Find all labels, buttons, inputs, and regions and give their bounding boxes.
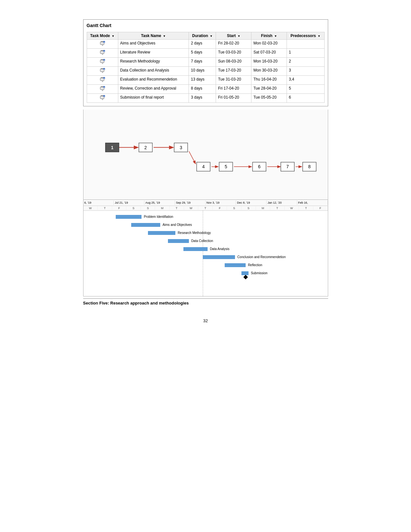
- tl-date-2: Jul 21, '19: [114, 200, 144, 205]
- tl-day-f1: F: [112, 206, 127, 210]
- tl-date-6: Dec 8, '19: [236, 200, 267, 205]
- gantt-chart-section: Gantt Chart Task Mode ▼ Task Name ▼ Dura…: [83, 19, 328, 106]
- col-header-finish[interactable]: Finish ▼: [251, 32, 287, 40]
- task-mode-icon: 7: [100, 95, 105, 100]
- tl-day-t2: T: [170, 206, 184, 210]
- bar-label-6: Conclusion and Recommendetion: [237, 255, 286, 259]
- predecessors-cell: 5: [287, 85, 324, 94]
- svg-text:6: 6: [258, 164, 260, 169]
- svg-rect-9: [101, 59, 103, 60]
- col-header-task-mode[interactable]: Task Mode ▼: [87, 32, 118, 40]
- duration-cell: 7 days: [189, 58, 216, 67]
- footer-text: Section Five: Research approach and meth…: [83, 298, 328, 305]
- tl-day-s4: S: [241, 206, 256, 210]
- svg-text:1: 1: [111, 145, 113, 150]
- bar-row-8: Submission: [241, 270, 268, 275]
- finish-cell: Sat 07-03-20: [251, 49, 287, 58]
- task-name-cell: Research Methodology: [118, 58, 189, 67]
- task-mode-cell: 6: [87, 85, 118, 94]
- tl-day-f2: F: [213, 206, 227, 210]
- page-number: 32: [203, 318, 208, 323]
- network-diagram-section: 1 2 3 4 5 6 7 8: [83, 110, 328, 200]
- col-header-predecessors[interactable]: Predecessors ▼: [287, 32, 324, 40]
- start-cell: Tue 17-03-20: [216, 67, 251, 76]
- bar-chart-area: Problem Identifiation Aims and Objective…: [83, 211, 328, 296]
- table-row: 7 Submission of final report3 daysFri 01…: [87, 94, 324, 103]
- finish-cell: Tue 28-04-20: [251, 85, 287, 94]
- bar-row-2: Aims and Objectives: [131, 222, 192, 227]
- svg-rect-17: [101, 77, 103, 78]
- duration-cell: 3 days: [189, 94, 216, 103]
- bar-row-3: Research Methodology: [148, 230, 211, 235]
- bar-label-5: Data Analysis: [210, 247, 230, 251]
- svg-text:2: 2: [144, 145, 147, 150]
- finish-cell: Thu 16-04-20: [251, 76, 287, 85]
- duration-cell: 2 days: [189, 40, 216, 49]
- task-name-cell: Review, Correction and Approval: [118, 85, 189, 94]
- task-mode-icon: 2: [100, 50, 105, 55]
- predecessors-cell: 2: [287, 58, 324, 67]
- bar-row-4: Data Collection: [168, 238, 213, 243]
- task-name-cell: Evaluation and Recommendetion: [118, 76, 189, 85]
- table-row: 6 Review, Correction and Approval8 daysF…: [87, 85, 324, 94]
- col-header-task-name[interactable]: Task Name ▼: [118, 32, 189, 40]
- tl-day-m2: M: [256, 206, 270, 210]
- tl-date-4: Sep 29, '19: [175, 200, 206, 205]
- bar-chart-section: 6, '19 Jul 21, '19 Aug 25, '19 Sep 29, '…: [83, 200, 328, 296]
- svg-rect-13: [101, 68, 103, 69]
- sort-icon-duration[interactable]: ▼: [210, 34, 213, 38]
- submission-flag: [243, 275, 248, 279]
- svg-text:4: 4: [202, 164, 205, 169]
- sort-icon-start[interactable]: ▼: [238, 34, 240, 38]
- duration-cell: 5 days: [189, 49, 216, 58]
- task-mode-cell: 7: [87, 94, 118, 103]
- task-mode-cell: 2: [87, 49, 118, 58]
- bar-row-6: Conclusion and Recommendetion: [203, 254, 286, 259]
- col-header-duration[interactable]: Duration ▼: [189, 32, 216, 40]
- bar-label-2: Aims and Objectives: [162, 223, 192, 227]
- tl-day-m1: M: [155, 206, 170, 210]
- svg-text:3: 3: [180, 145, 182, 150]
- task-name-cell: Aims and Objectives: [118, 40, 189, 49]
- task-mode-cell: 1: [87, 40, 118, 49]
- task-mode-icon: 5: [100, 77, 105, 82]
- svg-rect-5: [101, 50, 103, 51]
- start-cell: Fri 17-04-20: [216, 85, 251, 94]
- bar-label-3: Research Methodology: [178, 231, 211, 235]
- tl-day-w: W: [83, 206, 98, 210]
- tl-date-5: Nov 3, '19: [206, 200, 236, 205]
- tl-day-t5: T: [299, 206, 313, 210]
- task-mode-icon: 3: [100, 59, 105, 64]
- task-mode-cell: 4: [87, 67, 118, 76]
- sort-icon-finish[interactable]: ▼: [274, 34, 277, 38]
- duration-cell: 10 days: [189, 67, 216, 76]
- sort-icon-predecessors[interactable]: ▼: [318, 34, 320, 38]
- task-mode-cell: 3: [87, 58, 118, 67]
- bar-row-7: Reflection: [225, 262, 262, 267]
- finish-cell: Tue 05-05-20: [251, 94, 287, 103]
- tl-day-w2: W: [184, 206, 199, 210]
- tl-day-t4: T: [270, 206, 285, 210]
- tl-date-8: Feb 16,: [297, 200, 328, 205]
- svg-text:5: 5: [224, 164, 227, 169]
- col-header-start[interactable]: Start ▼: [216, 32, 251, 40]
- task-name-cell: Literature Review: [118, 49, 189, 58]
- tl-date-7: Jan 12, '20: [267, 200, 297, 205]
- start-cell: Fri 01-05-20: [216, 94, 251, 103]
- svg-text:7: 7: [286, 164, 289, 169]
- duration-cell: 13 days: [189, 76, 216, 85]
- tl-day-f3: F: [313, 206, 328, 210]
- sort-icon-task-mode[interactable]: ▼: [112, 34, 114, 38]
- tl-date-1: 6, '19: [83, 200, 114, 205]
- table-row: 4 Data Collection and Analysis10 daysTue…: [87, 67, 324, 76]
- tl-day-s1: S: [126, 206, 141, 210]
- svg-text:8: 8: [308, 164, 310, 169]
- page-container: Gantt Chart Task Mode ▼ Task Name ▼ Dura…: [83, 19, 328, 305]
- network-svg: 1 2 3 4 5 6 7 8: [83, 110, 328, 199]
- predecessors-cell: 1: [287, 49, 324, 58]
- bar-label-1: Problem Identifiation: [144, 215, 173, 218]
- task-mode-icon: 1: [100, 41, 105, 46]
- svg-rect-1: [101, 41, 103, 42]
- sort-icon-task-name[interactable]: ▼: [163, 34, 166, 38]
- tl-day-w3: W: [285, 206, 299, 210]
